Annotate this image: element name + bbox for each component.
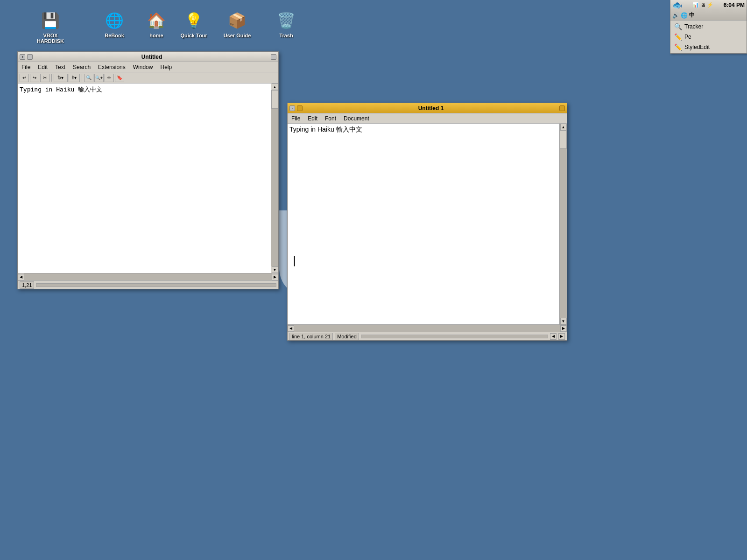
- menu1-edit[interactable]: Edit: [36, 63, 49, 71]
- deskbar-app-pe[interactable]: ✏️ Pe: [670, 32, 747, 42]
- volume-icon[interactable]: 🔊: [672, 12, 679, 19]
- user-guide-label: User Guide: [224, 33, 251, 38]
- window2-menubar: File Edit Font Document: [288, 113, 567, 124]
- menu1-extensions[interactable]: Extensions: [96, 63, 127, 71]
- toolbar-findnext-btn[interactable]: 🔍+: [94, 74, 104, 82]
- scrollbar-down-arrow[interactable]: ▼: [272, 266, 278, 273]
- toolbar-func-btn[interactable]: fx▾: [54, 74, 68, 82]
- scrollbar-left-arrow[interactable]: ◀: [18, 274, 24, 280]
- scrollbar-up-arrow[interactable]: ▲: [272, 84, 278, 90]
- window1-scrollbar-v[interactable]: ▲ ▼: [271, 84, 278, 273]
- menu1-file[interactable]: File: [20, 63, 32, 71]
- window2-modified: Modified: [335, 333, 359, 340]
- window2-scrollbar-h[interactable]: ◀ ▶: [288, 324, 567, 332]
- window2-statusbar: line 1, column 21 Modified ◀ ▶: [288, 332, 567, 340]
- toolbar-header-btn[interactable]: h▾: [69, 74, 80, 82]
- menu2-edit[interactable]: Edit: [306, 114, 319, 123]
- window1-scrollindicator: [36, 283, 276, 287]
- window2-close-btn[interactable]: ▪: [289, 105, 295, 111]
- vbox-icon: 💾: [39, 9, 62, 32]
- toolbar-sep1: [51, 74, 52, 82]
- toolbar-sep2: [82, 74, 82, 82]
- deskbar-apps: 🔍 Tracker ✏️ Pe ✏️ StyledEdit: [670, 21, 747, 53]
- input-method-icon[interactable]: 中: [689, 11, 695, 19]
- toolbar-redo-btn[interactable]: ↪: [30, 74, 39, 82]
- desktop-icon-user-guide[interactable]: 📦 User Guide: [218, 9, 256, 38]
- scrollbar-h-track[interactable]: [24, 273, 272, 280]
- window2-content[interactable]: Typing in Haiku 輸入中文 | ▲ ▼: [288, 124, 567, 324]
- scrollbar-thumb[interactable]: [271, 90, 278, 109]
- desktop-icon-bebook[interactable]: 🌐 BeBook: [96, 9, 133, 38]
- close-icon: ▪: [21, 55, 23, 59]
- menu1-search[interactable]: Search: [71, 63, 92, 71]
- toolbar-bookmark-btn[interactable]: 🔖: [115, 74, 124, 82]
- power-icon[interactable]: ⚡: [707, 2, 713, 8]
- window1-zoom-btn[interactable]: [27, 54, 33, 60]
- haiku-logo[interactable]: 🐟: [672, 0, 683, 10]
- display-icon[interactable]: 🖥: [700, 2, 705, 8]
- window2-hscroll-left2[interactable]: ◀: [550, 333, 557, 340]
- deskbar-time: 6:04 PM: [724, 2, 745, 8]
- network-status-icon[interactable]: 🌐: [681, 12, 688, 19]
- user-guide-icon: 📦: [226, 9, 248, 32]
- home-icon: 🏠: [145, 9, 168, 32]
- toolbar-cut-btn[interactable]: ✂: [40, 74, 49, 82]
- window1-close-btn[interactable]: ▪: [20, 54, 25, 60]
- menu2-document[interactable]: Document: [342, 114, 371, 123]
- window2-scrollbar-thumb[interactable]: [560, 130, 567, 149]
- window-pe: ▪ Untitled File Edit Text Search Extensi…: [17, 51, 279, 289]
- scrollbar-right-arrow[interactable]: ▶: [272, 274, 278, 280]
- desktop-icon-vbox[interactable]: 💾 VBOX HARDDISK: [32, 9, 69, 44]
- window2-text[interactable]: Typing in Haiku 輸入中文: [288, 124, 559, 324]
- window1-statusbar: 1,21: [18, 280, 278, 289]
- toolbar-edit-btn[interactable]: ✏: [105, 74, 114, 82]
- window1-content[interactable]: Typing in Haiku 輸入中文 ▲ ▼: [18, 84, 278, 273]
- window2-titlebar[interactable]: ▪ Untitled 1: [288, 103, 567, 113]
- menu1-help[interactable]: Help: [158, 63, 174, 71]
- scrollbar-track[interactable]: [271, 90, 278, 266]
- window1-text[interactable]: Typing in Haiku 輸入中文: [18, 84, 271, 273]
- bebook-label: BeBook: [105, 33, 124, 38]
- deskbar-top-icons: 🐟: [672, 0, 683, 10]
- desktop-icon-home[interactable]: 🏠 home: [138, 9, 175, 38]
- toolbar-undo-btn[interactable]: ↩: [20, 74, 29, 82]
- window1-text-content: Typing in Haiku 輸入中文: [20, 86, 102, 93]
- window1-titlebar[interactable]: ▪ Untitled: [18, 52, 278, 62]
- window2-zoom-btn[interactable]: [297, 105, 303, 111]
- window1-zoom2-btn[interactable]: [271, 54, 276, 60]
- window2-scrollbar-down[interactable]: ▼: [560, 318, 567, 324]
- window1-position: 1,21: [20, 281, 34, 289]
- menu1-window[interactable]: Window: [131, 63, 155, 71]
- bebook-icon: 🌐: [103, 9, 126, 32]
- menu1-text[interactable]: Text: [53, 63, 67, 71]
- menu2-file[interactable]: File: [289, 114, 302, 123]
- tracker-icon: 🔍: [674, 23, 682, 30]
- desktop-icon-quick-tour[interactable]: 💡 Quick Tour: [175, 9, 212, 38]
- deskbar-app-stylededit[interactable]: ✏️ StyledEdit: [670, 42, 747, 52]
- network-icon[interactable]: 📊: [692, 2, 699, 8]
- home-label: home: [149, 33, 163, 38]
- deskbar-top: 🐟 📊 🖥 ⚡ 6:04 PM: [670, 0, 747, 10]
- deskbar: 🐟 📊 🖥 ⚡ 6:04 PM 🔊 🌐 中 🔍 Tracker ✏️ Pe ✏️…: [670, 0, 747, 54]
- deskbar-app-tracker[interactable]: 🔍 Tracker: [670, 21, 747, 32]
- stylededit-icon: ✏️: [674, 43, 682, 51]
- toolbar-find-btn[interactable]: 🔍: [84, 74, 93, 82]
- window1-toolbar: ↩ ↪ ✂ fx▾ h▾ 🔍 🔍+ ✏ 🔖: [18, 72, 278, 84]
- window2-scrollbar-up[interactable]: ▲: [560, 124, 567, 130]
- window2-scrollbar-right[interactable]: ▶: [560, 325, 567, 332]
- window2-scrollbar-left[interactable]: ◀: [288, 325, 294, 332]
- deskbar-system-icons: 📊 🖥 ⚡: [692, 2, 713, 8]
- deskbar-second-row: 🔊 🌐 中: [670, 10, 747, 21]
- window2-hscroll-right2[interactable]: ▶: [558, 333, 565, 340]
- window2-zoom2-btn[interactable]: [559, 105, 565, 111]
- menu2-font[interactable]: Font: [323, 114, 338, 123]
- window1-scrollbar-h[interactable]: ◀ ▶: [18, 273, 278, 280]
- window2-scrollbar-h-track[interactable]: [294, 325, 560, 332]
- window1-menubar: File Edit Text Search Extensions Window …: [18, 62, 278, 72]
- vbox-label: VBOX HARDDISK: [32, 33, 69, 44]
- window2-title: Untitled 1: [304, 105, 557, 112]
- desktop-icon-trash[interactable]: 🗑️ Trash: [268, 9, 305, 38]
- trash-icon: 🗑️: [275, 9, 297, 32]
- window2-scrollbar-v[interactable]: ▲ ▼: [559, 124, 567, 324]
- window2-scrollbar-track[interactable]: [560, 130, 567, 318]
